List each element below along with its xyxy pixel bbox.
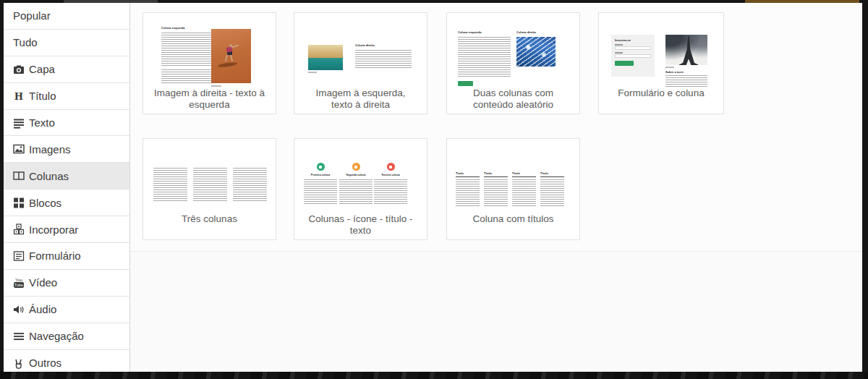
template-caption: Coluna com títulos xyxy=(447,213,579,225)
sidebar-item-blocos[interactable]: Blocos xyxy=(4,190,129,216)
player-figure xyxy=(230,54,233,61)
icon-glyph xyxy=(354,166,357,169)
thumbnail-column-title: Título xyxy=(540,171,564,175)
thumbnail-heading: Sobre a torre xyxy=(665,70,707,74)
title-underline xyxy=(456,176,480,177)
youtube-icon: YouTube xyxy=(13,277,29,289)
thumbnail-signup-form: Inscreva-se xyxy=(611,35,655,77)
sidebar-item-imagens[interactable]: Imagens xyxy=(4,136,129,163)
sidebar-item-label: Vídeo xyxy=(29,276,57,289)
sidebar-item-tudo[interactable]: Tudo xyxy=(4,30,129,56)
sidebar-item-titulo[interactable]: HTítulo xyxy=(4,83,129,110)
sidebar-item-capa[interactable]: Capa xyxy=(4,56,129,83)
thumbnail-icon-column: Primeira coluna xyxy=(304,163,337,204)
text-placeholder xyxy=(339,179,373,204)
sidebar-item-video[interactable]: YouTubeVídeo xyxy=(4,270,129,297)
thumbnail-icon-column: Terceira coluna xyxy=(374,163,407,204)
thumbnail-heading: Coluna esquerda xyxy=(458,30,511,34)
text-placeholder xyxy=(374,179,407,204)
template-card-three-columns[interactable]: Três colunas xyxy=(142,138,276,240)
form-heading: Inscreva-se xyxy=(615,38,651,42)
grid-section-divider xyxy=(130,251,862,252)
eiffel-tower-silhouette xyxy=(678,36,699,65)
template-card-column-with-titles[interactable]: Título Título Título Título Coluna com t… xyxy=(446,138,580,240)
sidebar-item-label: Formulário xyxy=(29,250,81,262)
thumbnail-heading: Coluna direita xyxy=(355,43,412,47)
thumbnail-heading: Coluna esquerda xyxy=(161,26,212,30)
title-underline xyxy=(484,176,508,177)
form-label-placeholder xyxy=(615,44,623,46)
camera-icon xyxy=(13,64,29,75)
sidebar-item-popular[interactable]: Popular xyxy=(4,3,129,30)
blocks-icon xyxy=(13,197,29,208)
sidebar-item-label: Navegação xyxy=(29,330,84,342)
text-placeholder xyxy=(193,168,227,202)
thumbnail-tennis-clay-image xyxy=(211,29,251,83)
text-lines-icon xyxy=(13,117,29,129)
sidebar-item-incorporar[interactable]: Incorporar xyxy=(4,216,129,243)
lock-icon xyxy=(352,163,360,171)
sidebar-item-label: Imagens xyxy=(29,143,71,156)
speaker-icon xyxy=(13,304,29,315)
text-placeholder xyxy=(512,179,536,207)
sidebar-item-label: Capa xyxy=(29,63,55,75)
thumbnail-column-title: Primeira coluna xyxy=(304,174,337,177)
svg-text:Tube: Tube xyxy=(14,283,23,287)
form-input-placeholder xyxy=(615,54,651,58)
template-caption: Imagem à direita - texto à esquerda xyxy=(143,88,276,111)
template-card-image-left-text-right[interactable]: Coluna direita Imagem à esquerda, texto … xyxy=(294,12,427,114)
template-card-image-right-text-left[interactable]: Coluna esquerda Imagem à direita - texto… xyxy=(142,12,276,114)
form-input-placeholder xyxy=(615,46,651,50)
form-label-placeholder xyxy=(615,52,623,54)
templates-grid: Coluna esquerda Imagem à direita - texto… xyxy=(130,3,862,372)
text-placeholder xyxy=(304,179,337,204)
sidebar-item-label: Tudo xyxy=(13,36,38,48)
blocks-picker-panel: PopularTudoCapaHTítuloTextoImagensColuna… xyxy=(4,3,862,372)
thumbnail-right-column: Coluna direita xyxy=(516,30,557,67)
badge-icon xyxy=(387,163,395,171)
image-caption-placeholder xyxy=(211,85,221,87)
title-underline xyxy=(512,176,536,177)
svg-text:H: H xyxy=(14,90,23,101)
sidebar-item-label: Título xyxy=(29,90,56,102)
template-card-columns-icon-title-text[interactable]: Primeira coluna Segunda coluna Terceira … xyxy=(294,138,427,240)
svg-text:You: You xyxy=(15,278,22,282)
text-placeholder xyxy=(355,50,412,69)
image-caption-placeholder xyxy=(308,72,317,73)
text-placeholder xyxy=(161,69,212,85)
thumbnail-column-title: Título xyxy=(484,171,508,175)
template-caption: Duas colunas com conteúdo aleatório xyxy=(447,88,579,111)
image-icon xyxy=(13,143,29,155)
thumbnail-titled-column: Título xyxy=(540,171,564,207)
template-card-form-and-column[interactable]: Inscreva-se Sobre a torre Formulário e c… xyxy=(598,12,724,114)
sidebar-item-colunas[interactable]: Colunas xyxy=(4,163,129,190)
thumbnail-ocean-waves-image xyxy=(516,37,556,67)
thumbnail-button-placeholder xyxy=(458,81,473,86)
text-placeholder xyxy=(153,168,187,202)
thumbnail-titled-column: Título xyxy=(512,171,536,207)
page-backdrop-bottom xyxy=(0,372,868,379)
columns-icon xyxy=(13,170,29,182)
player-figure xyxy=(231,45,239,48)
sidebar-item-outros[interactable]: Outros xyxy=(4,350,129,372)
sidebar-item-label: Texto xyxy=(29,116,55,129)
sidebar-item-formulario[interactable]: Formulário xyxy=(4,243,129,270)
thumbnail-heading: Coluna direita xyxy=(516,30,557,34)
thumbnail-eiffel-tower-image xyxy=(665,35,707,65)
sidebar-item-audio[interactable]: Áudio xyxy=(4,297,129,323)
thumbnail-column-title: Segunda coluna xyxy=(339,174,373,177)
thumbnail-titled-column: Título xyxy=(456,171,480,207)
text-placeholder xyxy=(540,179,564,207)
template-caption: Colunas - ícone - título - texto xyxy=(294,213,427,237)
hand-icon xyxy=(13,357,29,369)
star-icon xyxy=(317,163,325,171)
player-figure xyxy=(225,54,229,61)
image-caption-placeholder xyxy=(665,67,674,68)
thumbnail-column-title: Título xyxy=(512,171,536,175)
text-placeholder xyxy=(161,33,212,66)
text-placeholder xyxy=(458,37,511,77)
template-card-two-columns-random[interactable]: Coluna esquerda Coluna direita Duas colu… xyxy=(446,12,580,114)
sidebar-item-navegacao[interactable]: Navegação xyxy=(4,323,129,350)
sidebar-item-texto[interactable]: Texto xyxy=(4,110,129,137)
sidebar-item-label: Incorporar xyxy=(29,223,78,236)
